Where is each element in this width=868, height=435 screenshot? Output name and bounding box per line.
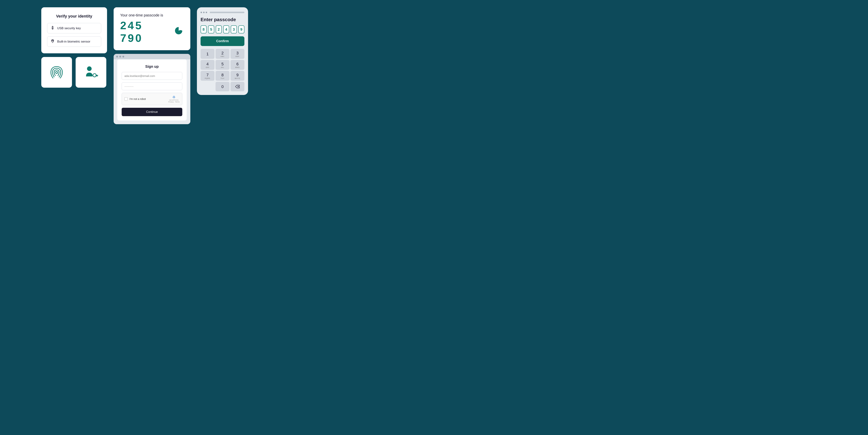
numpad-0[interactable]: 0 <box>216 82 229 91</box>
center-column: Your one-time passcode is 245 790 <box>114 7 190 124</box>
signup-title: Sign up <box>122 64 182 69</box>
numpad-2-letters: ABC <box>220 56 224 57</box>
captcha-checkbox[interactable] <box>124 97 128 101</box>
phone-dots-row <box>200 12 244 13</box>
person-key-card <box>75 57 106 88</box>
small-cards-row <box>41 57 107 88</box>
svg-point-1 <box>87 66 92 71</box>
usb-icon <box>51 26 55 31</box>
password-input[interactable] <box>122 82 182 90</box>
passcode-digits: 8 5 2 4 3 9 <box>200 25 244 33</box>
person-key-icon <box>83 64 99 81</box>
numpad-8-letters: TUV <box>221 77 224 79</box>
otp-row: 245 790 <box>120 19 184 44</box>
otp-label: Your one-time passcode is <box>120 13 184 17</box>
phone-dot-2 <box>203 12 205 13</box>
fingerprint-icon <box>51 39 55 44</box>
browser-dot-2 <box>119 56 121 58</box>
digit-1: 8 <box>200 25 207 33</box>
numpad-5-letters: JKL <box>221 66 224 68</box>
recaptcha-icon: ♻ <box>173 95 175 99</box>
usb-label: USB security key <box>57 27 81 30</box>
otp-part1: 245 <box>120 19 143 32</box>
numpad-1[interactable]: 1 <box>200 49 214 59</box>
numpad-4-letters: GHI <box>206 66 209 68</box>
numpad-6[interactable]: 6 MNO <box>230 60 244 70</box>
numpad-5-num: 5 <box>221 62 224 66</box>
numpad-7-num: 7 <box>207 73 209 77</box>
digit-2: 5 <box>208 25 214 33</box>
verify-card: Verify your identity USB security key <box>41 7 107 53</box>
numpad-5[interactable]: 5 JKL <box>216 60 229 70</box>
svg-point-0 <box>53 29 53 30</box>
otp-code: 245 790 <box>120 19 174 44</box>
numpad-empty <box>200 82 214 91</box>
left-column: Verify your identity USB security key <box>41 7 107 88</box>
continue-button[interactable]: Continue <box>122 108 182 116</box>
numpad-4[interactable]: 4 GHI <box>200 60 214 70</box>
phone-bar <box>210 12 244 13</box>
verify-title: Verify your identity <box>47 14 101 19</box>
usb-option[interactable]: USB security key <box>47 23 101 33</box>
captcha-left: I'm not a robot <box>124 97 146 101</box>
numpad-1-num: 1 <box>207 52 209 56</box>
numpad-0-num: 0 <box>221 85 224 89</box>
main-layout: Verify your identity USB security key <box>0 0 289 145</box>
digit-6: 9 <box>238 25 244 33</box>
numpad-9-num: 9 <box>236 73 239 77</box>
numpad-2-num: 2 <box>221 51 224 55</box>
numpad-3[interactable]: 3 DEF <box>230 49 244 59</box>
signup-form: Sign up I'm not a robot ♻ reCAPTCHA Priv… <box>117 59 187 121</box>
numpad-8-num: 8 <box>221 73 224 77</box>
fingerprint-large-icon <box>49 64 65 81</box>
numpad-3-num: 3 <box>236 51 239 55</box>
digit-5: 3 <box>231 25 237 33</box>
numpad-7[interactable]: 7 PQRS <box>200 71 214 81</box>
browser-dot-3 <box>122 56 124 58</box>
email-input[interactable] <box>122 72 182 80</box>
browser-dot-1 <box>116 56 118 58</box>
numpad-4-num: 4 <box>207 62 209 66</box>
numpad-9[interactable]: 9 WXYZ <box>230 71 244 81</box>
captcha-logo: ♻ reCAPTCHA Privacy - Terms <box>168 95 180 103</box>
otp-card: Your one-time passcode is 245 790 <box>114 7 190 50</box>
recaptcha-text: reCAPTCHA <box>169 99 179 101</box>
numpad-3-letters: DEF <box>236 56 240 57</box>
timer-icon <box>174 26 184 38</box>
browser-bar <box>114 54 190 59</box>
browser-card: Sign up I'm not a robot ♻ reCAPTCHA Priv… <box>114 54 190 124</box>
digit-4: 4 <box>223 25 229 33</box>
digit-3: 2 <box>216 25 222 33</box>
numpad-6-num: 6 <box>236 62 239 66</box>
recaptcha-privacy: Privacy - Terms <box>168 101 180 103</box>
numpad-7-letters: PQRS <box>205 77 210 79</box>
phone-dot-1 <box>200 12 202 13</box>
captcha-box: I'm not a robot ♻ reCAPTCHA Privacy - Te… <box>122 93 182 105</box>
phone-frame: Enter passcode 8 5 2 4 3 9 Confirm 1 2 A… <box>197 7 248 95</box>
biometric-label: Built-in biometric sensor <box>57 40 90 43</box>
numpad-6-letters: MNO <box>235 66 240 68</box>
confirm-button[interactable]: Confirm <box>200 36 244 46</box>
numpad-2[interactable]: 2 ABC <box>216 49 229 59</box>
otp-part2: 790 <box>120 32 143 44</box>
numpad: 1 2 ABC 3 DEF 4 GHI 5 JKL <box>200 49 244 91</box>
fingerprint-card <box>41 57 72 88</box>
right-column: Enter passcode 8 5 2 4 3 9 Confirm 1 2 A… <box>197 7 248 95</box>
backspace-button[interactable] <box>230 82 244 91</box>
phone-dot-3 <box>206 12 207 13</box>
numpad-8[interactable]: 8 TUV <box>216 71 229 81</box>
biometric-option[interactable]: Built-in biometric sensor <box>47 36 101 47</box>
enter-passcode-title: Enter passcode <box>200 17 244 23</box>
numpad-9-letters: WXYZ <box>235 77 240 79</box>
captcha-label: I'm not a robot <box>129 97 146 100</box>
